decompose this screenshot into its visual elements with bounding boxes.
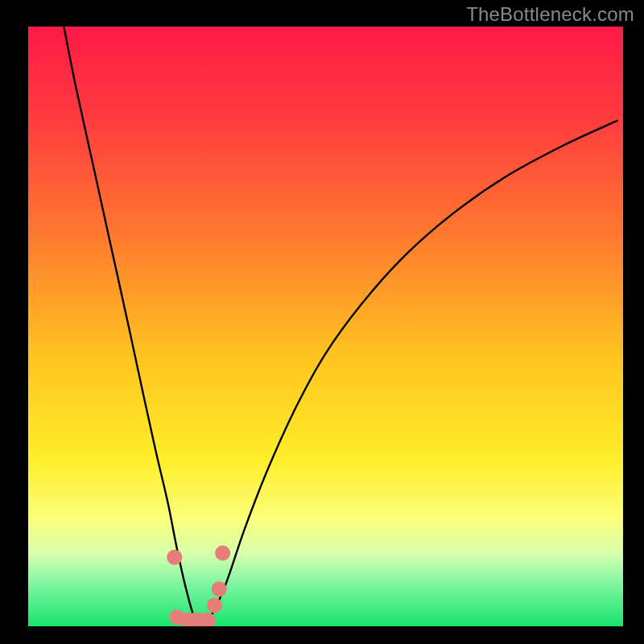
watermark: TheBottleneck.com <box>466 3 634 26</box>
gradient-background <box>28 27 623 626</box>
marker-point <box>212 581 227 597</box>
marker-point <box>207 597 222 613</box>
chart-plot <box>0 0 644 644</box>
chart-frame: TheBottleneck.com <box>0 0 644 644</box>
marker-point <box>215 546 230 561</box>
marker-point <box>200 613 216 628</box>
marker-point <box>167 550 182 565</box>
